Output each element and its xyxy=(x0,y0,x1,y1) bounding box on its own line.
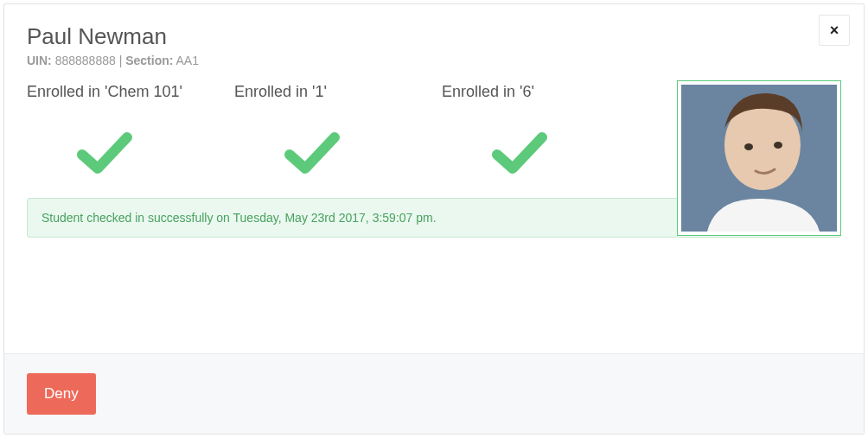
student-photo xyxy=(681,85,837,232)
check-icon xyxy=(234,130,442,175)
svg-point-2 xyxy=(744,143,753,150)
student-name: Paul Newman xyxy=(27,23,841,50)
enrollment-col: Enrolled in '1' xyxy=(234,83,442,175)
student-photo-frame xyxy=(677,80,841,236)
student-checkin-card: × Paul Newman UIN: 888888888 | Section: … xyxy=(3,3,865,435)
card-body: × Paul Newman UIN: 888888888 | Section: … xyxy=(4,4,864,353)
section-value: AA1 xyxy=(176,54,199,67)
uin-value: 888888888 xyxy=(55,54,116,67)
svg-point-3 xyxy=(774,142,782,149)
close-button[interactable]: × xyxy=(819,15,850,46)
enrollment-col: Enrolled in '6' xyxy=(442,83,649,175)
section-label: Section: xyxy=(125,54,173,67)
uin-label: UIN: xyxy=(27,54,52,67)
close-icon: × xyxy=(830,22,839,38)
enrollment-label: Enrolled in 'Chem 101' xyxy=(27,83,234,101)
check-icon xyxy=(442,130,649,175)
student-meta: UIN: 888888888 | Section: AA1 xyxy=(27,54,841,67)
enrollment-col: Enrolled in 'Chem 101' xyxy=(27,83,234,175)
enrollment-label: Enrolled in '6' xyxy=(442,83,649,101)
enrollment-label: Enrolled in '1' xyxy=(234,83,442,101)
alert-message: Student checked in successfully on Tuesd… xyxy=(41,211,437,225)
deny-button[interactable]: Deny xyxy=(27,373,96,415)
card-footer: Deny xyxy=(4,353,864,434)
check-icon xyxy=(27,130,234,175)
